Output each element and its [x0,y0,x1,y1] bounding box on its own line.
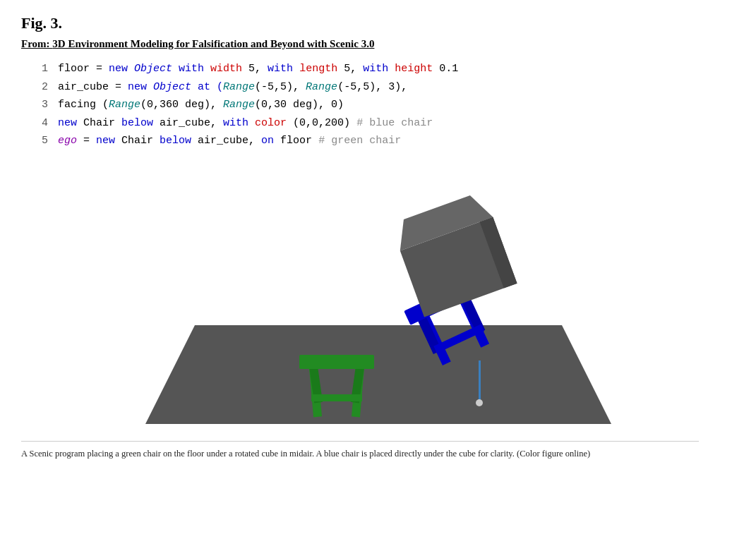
code-segment: (0,0,200) [287,117,356,129]
code-segment: width [210,63,242,75]
code-segment: with [223,117,255,129]
code-segment: air_cube, [198,135,261,147]
source-prefix: From: [21,38,52,49]
code-block: 1floor = new Object with width 5, with l… [21,60,735,150]
code-segment: air_cube, [160,117,223,129]
code-segment: # blue chair [356,117,433,129]
code-segment: length [299,63,337,75]
code-segment: Range [306,81,337,93]
source-text: 3D Environment Modeling for Falsificatio… [52,38,374,49]
line-content: air_cube = new Object at (Range(-5,5), R… [58,78,407,97]
code-segment: (-5,5), [255,81,306,93]
code-segment: new [128,81,153,93]
line-content: new Chair below air_cube, with color (0,… [58,114,433,133]
code-segment: with [172,63,210,75]
code-segment: = [90,63,109,75]
fig-title: Fig. 3. [21,14,735,32]
code-line: 5ego = new Chair below air_cube, on floo… [28,132,735,150]
code-segment: color [255,117,287,129]
code-line: 3 facing (Range(0,360 deg), Range(0,30 d… [28,96,735,114]
code-segment: Chair [121,135,153,147]
code-segment: Range [109,99,140,111]
code-segment: facing ( [58,99,109,111]
code-line: 1floor = new Object with width 5, with l… [28,60,735,78]
code-segment: 5, [242,63,268,75]
line-number: 4 [28,114,48,133]
code-segment: = [77,135,96,147]
code-segment: at ( [191,81,223,93]
code-line: 4new Chair below air_cube, with color (0… [28,114,735,133]
line-content: ego = new Chair below air_cube, on floor… [58,132,401,150]
code-segment: (0,360 deg), [140,99,223,111]
code-segment: with [268,63,299,75]
code-segment: = [109,81,128,93]
line-number: 5 [28,132,48,150]
line-number: 3 [28,96,48,114]
code-segment: (0,30 deg), 0) [255,99,344,111]
code-segment: (-5,5), 3), [337,81,407,93]
code-segment: # green chair [318,135,401,147]
code-segment: with [363,63,395,75]
svg-marker-0 [145,325,611,424]
scene-container [103,163,654,431]
code-segment: new [58,117,83,129]
code-line: 2air_cube = new Object at (Range(-5,5), … [28,78,735,97]
code-segment: Chair [83,117,115,129]
line-number: 2 [28,78,48,97]
line-number: 1 [28,60,48,78]
code-segment: floor [280,135,318,147]
code-segment: height [395,63,433,75]
code-segment: below [115,117,160,129]
code-segment: 0.1 [433,63,458,75]
svg-rect-6 [311,394,362,401]
code-segment: air_cube [58,81,109,93]
code-segment: Object [153,81,191,93]
code-segment: Object [134,63,172,75]
code-segment: Range [223,99,255,111]
code-segment: below [153,135,198,147]
line-content: floor = new Object with width 5, with le… [58,60,458,78]
code-segment: new [109,63,134,75]
caption: A Scenic program placing a green chair o… [21,441,699,461]
code-segment: ego [58,135,77,147]
line-content: facing (Range(0,360 deg), Range(0,30 deg… [58,96,344,114]
svg-rect-16 [479,360,481,399]
code-segment: on [261,135,280,147]
svg-point-17 [476,399,483,406]
code-segment: 5, [337,63,363,75]
code-segment: Range [223,81,255,93]
code-segment: new [96,135,121,147]
code-segment: floor [58,63,90,75]
svg-rect-5 [299,355,374,369]
fig-source: From: 3D Environment Modeling for Falsif… [21,38,735,50]
